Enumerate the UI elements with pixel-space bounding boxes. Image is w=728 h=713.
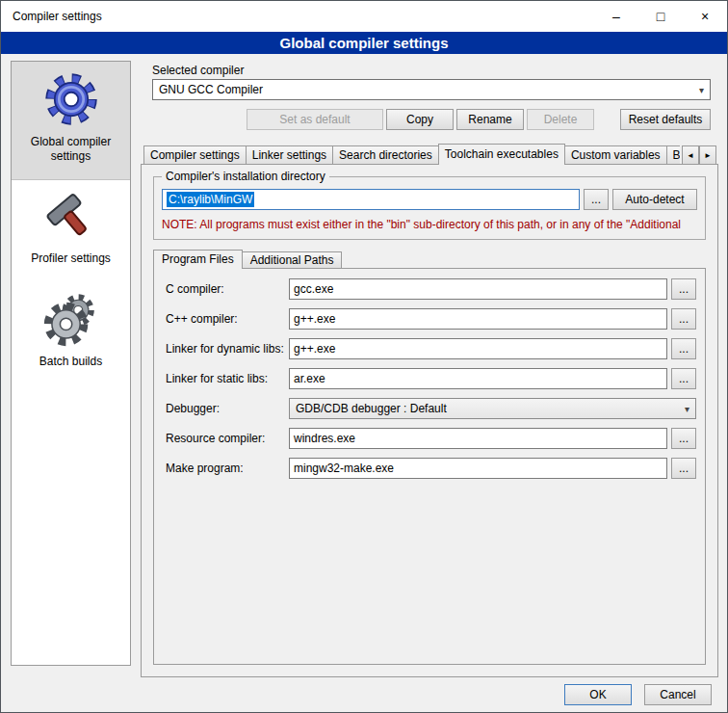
profiler-tool-icon — [44, 190, 98, 244]
field-row-c-compiler: C compiler: gcc.exe ... — [166, 278, 696, 300]
c-compiler-browse-button[interactable]: ... — [671, 278, 696, 300]
close-icon: × — [701, 9, 709, 24]
debugger-label: Debugger: — [166, 402, 289, 415]
cpp-compiler-label: C++ compiler: — [166, 312, 289, 326]
field-row-make-program: Make program: mingw32-make.exe ... — [166, 458, 696, 479]
sidebar-item-label: Global compiler settings — [14, 135, 127, 164]
install-dir-value: C:\raylib\MinGW — [167, 192, 254, 207]
dynamic-linker-value: g++.exe — [294, 342, 335, 356]
tab-build-options[interactable]: Build — [666, 145, 680, 164]
scroll-right-icon: ► — [704, 151, 712, 160]
maximize-button[interactable]: □ — [638, 1, 683, 32]
bin-subdirectory-note: NOTE: All programs must exist either in … — [162, 218, 701, 231]
sidebar-item-label: Batch builds — [14, 355, 127, 369]
c-compiler-label: C compiler: — [166, 282, 289, 296]
field-row-debugger: Debugger: GDB/CDB debugger : Default ▾ — [166, 398, 696, 419]
cpp-compiler-value: g++.exe — [294, 312, 335, 326]
debugger-select[interactable]: GDB/CDB debugger : Default ▾ — [289, 398, 696, 419]
install-dir-browse-button[interactable]: ... — [584, 189, 609, 210]
make-program-label: Make program: — [166, 462, 289, 475]
installation-directory-title: Compiler's installation directory — [162, 170, 329, 183]
static-linker-input[interactable]: ar.exe — [289, 368, 667, 389]
static-linker-label: Linker for static libs: — [166, 372, 289, 385]
dynamic-linker-label: Linker for dynamic libs: — [166, 342, 289, 356]
program-files-tabbar: Program Files Additional Paths — [153, 250, 341, 269]
tab-scroll-left-button[interactable]: ◄ — [682, 145, 699, 165]
main-panel: Selected compiler GNU GCC Compiler ▾ Set… — [141, 61, 718, 677]
resource-compiler-input[interactable]: windres.exe — [289, 428, 667, 449]
cancel-button[interactable]: Cancel — [644, 684, 712, 705]
maximize-icon: □ — [657, 9, 664, 24]
tab-toolchain-executables[interactable]: Toolchain executables — [438, 144, 565, 165]
set-as-default-button[interactable]: Set as default — [247, 109, 383, 130]
c-compiler-value: gcc.exe — [294, 282, 333, 296]
field-row-dynamic-linker: Linker for dynamic libs: g++.exe ... — [166, 338, 696, 359]
toolchain-executables-panel: Compiler's installation directory C:\ray… — [141, 164, 718, 677]
settings-tabbar: Compiler settings Linker settings Search… — [143, 144, 680, 165]
static-linker-value: ar.exe — [294, 372, 325, 385]
field-row-resource-compiler: Resource compiler: windres.exe ... — [166, 428, 696, 449]
sidebar-item-global-compiler-settings[interactable]: Global compiler settings — [12, 62, 130, 180]
tab-custom-variables[interactable]: Custom variables — [564, 145, 667, 164]
install-dir-input[interactable]: C:\raylib\MinGW — [162, 189, 580, 210]
tab-search-directories[interactable]: Search directories — [332, 145, 439, 164]
minimize-icon: – — [612, 9, 620, 24]
program-files-panel: C compiler: gcc.exe ... C++ compiler: g+… — [153, 268, 706, 665]
compiler-settings-window: Compiler settings – □ × Global compiler … — [0, 0, 728, 713]
installation-directory-row: C:\raylib\MinGW ... Auto-detect — [162, 189, 697, 210]
field-row-static-linker: Linker for static libs: ar.exe ... — [166, 368, 696, 389]
minimize-button[interactable]: – — [594, 1, 638, 32]
batch-gears-icon — [43, 291, 99, 347]
debugger-value: GDB/CDB debugger : Default — [296, 402, 447, 415]
compiler-select[interactable]: GNU GCC Compiler ▾ — [152, 79, 711, 100]
resource-compiler-value: windres.exe — [294, 432, 355, 445]
dynamic-linker-browse-button[interactable]: ... — [671, 338, 696, 359]
resource-compiler-label: Resource compiler: — [166, 432, 289, 445]
reset-defaults-button[interactable]: Reset defaults — [620, 109, 711, 130]
tab-compiler-settings[interactable]: Compiler settings — [143, 145, 247, 164]
tab-scroll-controls: ◄ ► — [682, 145, 716, 165]
compiler-select-value: GNU GCC Compiler — [159, 83, 263, 96]
tab-linker-settings[interactable]: Linker settings — [246, 145, 333, 164]
ok-button[interactable]: OK — [564, 684, 632, 705]
delete-button[interactable]: Delete — [527, 109, 594, 130]
make-program-browse-button[interactable]: ... — [671, 458, 696, 479]
resource-compiler-browse-button[interactable]: ... — [671, 428, 696, 449]
dynamic-linker-input[interactable]: g++.exe — [289, 338, 667, 359]
field-row-cpp-compiler: C++ compiler: g++.exe ... — [166, 308, 696, 330]
rename-button[interactable]: Rename — [456, 109, 524, 130]
tab-scroll-right-button[interactable]: ► — [699, 145, 716, 165]
sidebar-item-label: Profiler settings — [14, 251, 127, 266]
gear-icon — [43, 71, 99, 127]
c-compiler-input[interactable]: gcc.exe — [289, 278, 667, 300]
chevron-down-icon: ▾ — [699, 85, 704, 95]
make-program-value: mingw32-make.exe — [294, 462, 394, 475]
installation-directory-group: Compiler's installation directory C:\ray… — [153, 176, 706, 240]
make-program-input[interactable]: mingw32-make.exe — [289, 458, 667, 479]
sidebar-item-batch-builds[interactable]: Batch builds — [12, 281, 130, 384]
static-linker-browse-button[interactable]: ... — [671, 368, 696, 389]
tab-additional-paths[interactable]: Additional Paths — [242, 251, 343, 268]
page-title: Global compiler settings — [1, 32, 727, 54]
chevron-down-icon: ▾ — [685, 404, 689, 414]
cpp-compiler-browse-button[interactable]: ... — [671, 308, 696, 330]
selected-compiler-label: Selected compiler — [152, 64, 244, 77]
close-button[interactable]: × — [683, 1, 727, 32]
cpp-compiler-input[interactable]: g++.exe — [289, 308, 667, 330]
tab-program-files[interactable]: Program Files — [153, 250, 243, 269]
sidebar-item-profiler-settings[interactable]: Profiler settings — [12, 180, 130, 281]
window-title: Compiler settings — [1, 10, 102, 23]
copy-button[interactable]: Copy — [386, 109, 454, 130]
scroll-left-icon: ◄ — [687, 151, 694, 160]
titlebar: Compiler settings – □ × — [1, 1, 727, 32]
sidebar: Global compiler settings Profiler settin… — [11, 61, 131, 666]
window-controls: – □ × — [594, 1, 727, 32]
auto-detect-button[interactable]: Auto-detect — [612, 189, 697, 210]
